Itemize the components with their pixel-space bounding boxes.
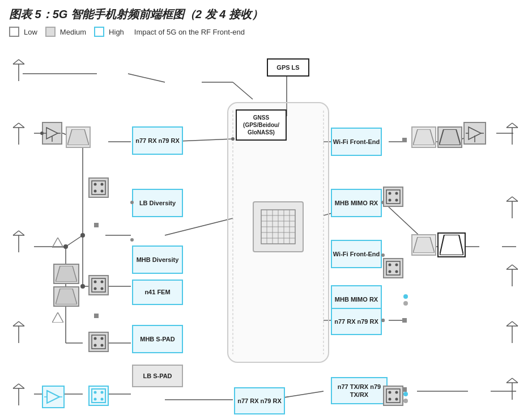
gray-switch-left-1 [88, 177, 109, 198]
svg-line-14 [165, 218, 233, 235]
svg-point-115 [94, 344, 97, 347]
antenna-left-3 [10, 320, 27, 346]
svg-line-2 [128, 74, 165, 82]
mhb-spad-block: MHB S-PAD [132, 325, 183, 353]
cyan-amp-bottom-left [42, 386, 65, 408]
svg-point-111 [101, 287, 104, 290]
svg-point-135 [403, 399, 408, 403]
svg-line-91 [507, 321, 512, 326]
svg-line-71 [13, 321, 19, 326]
svg-point-41 [80, 233, 85, 238]
svg-marker-137 [439, 129, 461, 145]
svg-point-145 [389, 192, 391, 195]
n77rx-n79rx-1-block: n77 RX n79 RX [132, 126, 183, 155]
svg-line-79 [507, 123, 512, 128]
legend-medium-box [45, 27, 56, 37]
svg-point-163 [101, 398, 104, 401]
legend-high-label: High [109, 28, 124, 36]
svg-marker-143 [440, 235, 463, 255]
lb-diversity-block: LB Diversity [132, 189, 183, 217]
filter-right-2 [437, 126, 462, 148]
svg-point-43 [80, 284, 85, 289]
svg-point-109 [101, 281, 104, 283]
antenna-left-4 [10, 383, 27, 408]
lb-spad-block: LB S-PAD [132, 365, 183, 387]
svg-marker-142 [413, 237, 435, 253]
mhb-mimo-rx-1-block: MHB MIMO RX [331, 189, 382, 217]
svg-line-92 [512, 321, 518, 326]
phone-chip [253, 201, 304, 252]
switch-right-2 [383, 258, 403, 278]
antenna-right-2 [504, 196, 521, 221]
amp-right-1 [463, 122, 486, 145]
svg-point-146 [395, 192, 398, 195]
svg-point-114 [101, 337, 104, 340]
filter-right-1 [411, 126, 436, 148]
svg-point-113 [94, 337, 97, 340]
antenna-right-4 [504, 320, 521, 346]
n77txrx-n79txrx-block: n77 TX/RX n79 TX/RX [331, 377, 388, 404]
legend-low-box [9, 27, 19, 37]
antenna-right-3 [504, 264, 521, 289]
antenna-left-2 [10, 230, 27, 255]
svg-line-59 [13, 60, 19, 64]
wifi-frontend-2-block: Wi-Fi Front-End [331, 240, 382, 268]
svg-marker-119 [52, 312, 63, 323]
cyan-switch-bottom-left [88, 386, 109, 406]
svg-rect-144 [386, 190, 400, 204]
svg-line-84 [512, 197, 518, 201]
svg-point-147 [389, 199, 391, 202]
svg-rect-129 [402, 138, 407, 142]
gray-switch-left-2 [88, 275, 109, 295]
svg-line-88 [512, 265, 518, 269]
svg-rect-159 [92, 389, 105, 403]
mhb-diversity-block: MHB Diversity [132, 246, 183, 274]
svg-point-134 [403, 392, 408, 396]
legend-low-label: Low [24, 28, 37, 36]
svg-point-110 [94, 287, 97, 290]
n77rx-n79rx-3-block: n77 RX n79 RX [331, 308, 382, 335]
svg-point-157 [389, 398, 391, 401]
svg-line-75 [13, 384, 19, 388]
triangle-marker-1 [52, 312, 63, 323]
svg-point-103 [94, 183, 97, 186]
svg-line-76 [19, 384, 24, 388]
svg-rect-102 [92, 181, 105, 194]
svg-line-63 [13, 123, 19, 128]
svg-marker-117 [56, 266, 77, 282]
gnss-block: GNSS (GPS/Beidou/ GloNASS) [236, 109, 287, 141]
antenna-left-top [10, 58, 27, 84]
filter-right-mid-1 [411, 234, 436, 256]
n77rx-n79rx-2-block: n77 RX n79 RX [234, 387, 285, 414]
svg-point-116 [101, 344, 104, 347]
svg-rect-131 [94, 314, 99, 318]
wifi-frontend-1-block: Wi-Fi Front-End [331, 128, 382, 156]
diagram: GPS LS GNSS (GPS/Beidou/ GloNASS) n77 RX… [9, 43, 523, 417]
legend-high-box [94, 27, 104, 37]
svg-point-153 [395, 270, 398, 273]
svg-point-151 [395, 264, 398, 266]
filter-trap-left-1 [66, 126, 91, 148]
svg-rect-154 [386, 389, 400, 403]
svg-line-64 [19, 123, 24, 128]
svg-point-133 [403, 301, 408, 306]
svg-line-12 [66, 235, 83, 247]
svg-point-152 [389, 270, 391, 273]
svg-line-68 [19, 231, 24, 235]
legend: Low Medium High Impact of 5G on the RF F… [9, 27, 523, 37]
svg-point-105 [94, 190, 97, 193]
svg-point-132 [403, 294, 408, 299]
svg-line-87 [507, 265, 512, 269]
svg-point-160 [94, 391, 97, 394]
svg-rect-127 [402, 318, 407, 323]
svg-line-83 [507, 197, 512, 201]
svg-marker-101 [67, 129, 89, 145]
svg-marker-120 [52, 238, 63, 248]
n41-fem-block: n41 FEM [132, 280, 183, 305]
gps-ls-block: GPS LS [267, 58, 309, 77]
svg-line-80 [512, 123, 518, 128]
svg-point-162 [94, 398, 97, 401]
svg-rect-149 [386, 261, 400, 275]
antenna-right-1 [504, 122, 521, 147]
svg-point-155 [389, 391, 391, 394]
